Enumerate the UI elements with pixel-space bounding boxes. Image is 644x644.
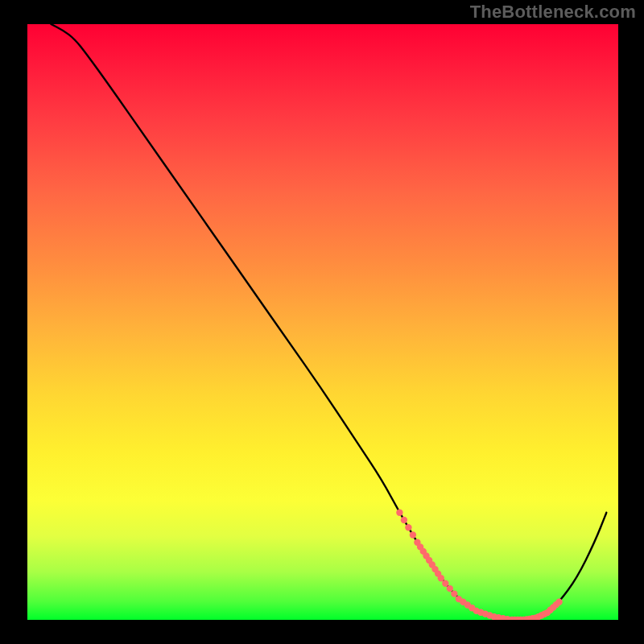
- dotted-region-dot: [401, 517, 407, 523]
- watermark-text: TheBottleneck.com: [470, 2, 636, 23]
- dotted-region-layer: [27, 24, 618, 620]
- dotted-region-dot: [438, 575, 444, 581]
- dotted-region-dot: [442, 580, 448, 587]
- dotted-region-dot: [555, 599, 562, 605]
- dotted-region-dot: [410, 531, 416, 538]
- dotted-region-dot: [396, 510, 402, 516]
- dotted-region-dot: [405, 524, 411, 530]
- dotted-region-dot: [447, 585, 453, 592]
- dotted-region-dot: [451, 590, 457, 597]
- dotted-region-group: [396, 510, 563, 620]
- chart-frame: TheBottleneck.com: [0, 0, 644, 644]
- plot-area: [27, 24, 618, 620]
